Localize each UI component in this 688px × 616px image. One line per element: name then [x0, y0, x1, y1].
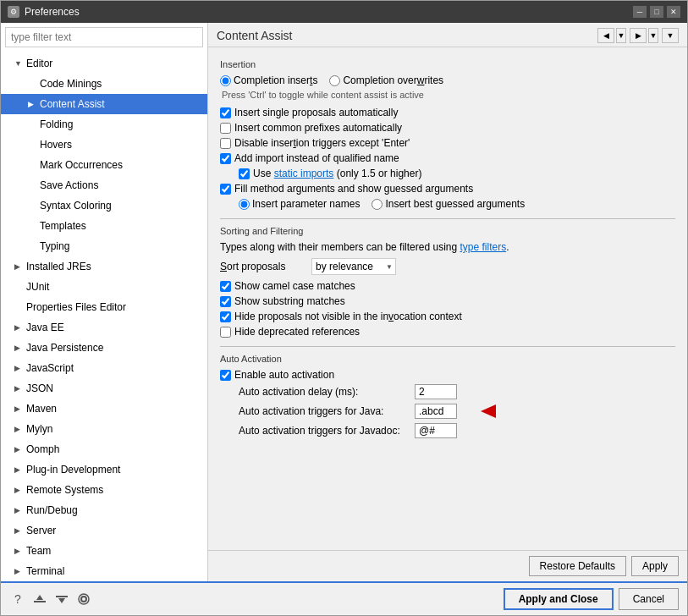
export-button[interactable]: [53, 591, 70, 608]
settings-button[interactable]: [75, 591, 92, 608]
sidebar-item-remote-systems[interactable]: ▶ Remote Systems: [1, 480, 207, 500]
checkbox-insert-single-input[interactable]: [220, 107, 231, 118]
radio-completion-inserts[interactable]: Completion inserts: [220, 74, 317, 86]
sort-select[interactable]: by relevance alphabetically: [311, 258, 396, 275]
tree-container: ▼ Editor Code Minings ▶ Content Assist: [1, 52, 207, 581]
sidebar-item-syntax-coloring[interactable]: Syntax Coloring: [1, 195, 207, 216]
sidebar-item-save-actions[interactable]: Save Actions: [1, 175, 207, 195]
apply-and-close-button[interactable]: Apply and Close: [504, 588, 614, 610]
sidebar-item-java-ee[interactable]: ▶ Java EE: [1, 317, 207, 338]
sidebar-item-mylyn[interactable]: ▶ Mylyn: [1, 419, 207, 439]
nav-menu-button[interactable]: ▼: [662, 28, 679, 43]
sidebar-item-code-minings[interactable]: Code Minings: [1, 74, 207, 94]
insertion-section-title: Insertion: [220, 59, 675, 69]
sidebar-item-mark-occurrences[interactable]: Mark Occurrences: [1, 155, 207, 175]
restore-defaults-button[interactable]: Restore Defaults: [529, 556, 626, 576]
sidebar-item-label: JavaScript: [26, 362, 74, 374]
radio-insert-best-guessed-input[interactable]: [372, 199, 383, 210]
sorting-section-title: Sorting and Filtering: [220, 226, 675, 236]
auto-javadoc-input[interactable]: [415, 423, 457, 438]
auto-java-input[interactable]: [415, 404, 457, 419]
radio-completion-overwrites[interactable]: Completion overwrites: [329, 74, 443, 86]
window-icon: ⚙: [8, 6, 19, 18]
checkbox-static-imports-input[interactable]: [239, 168, 250, 179]
sidebar-item-junit[interactable]: JUnit: [1, 277, 207, 297]
sort-row: Sort proposals by relevance alphabetical…: [220, 258, 675, 275]
settings-icon: [76, 591, 91, 607]
checkbox-insert-single: Insert single proposals automatically: [220, 107, 675, 118]
expand-arrow: ▶: [14, 547, 25, 555]
sidebar-item-maven[interactable]: ▶ Maven: [1, 399, 207, 419]
checkbox-disable-triggers-input[interactable]: [220, 138, 231, 149]
sidebar-item-folding[interactable]: Folding: [1, 114, 207, 135]
sidebar-item-terminal[interactable]: ▶ Terminal: [1, 561, 207, 581]
checkbox-hide-deprecated-input[interactable]: [220, 327, 231, 338]
radio-insert-best-guessed-label: Insert best guessed arguments: [385, 198, 525, 210]
sidebar-item-label: Save Actions: [40, 179, 98, 191]
apply-button[interactable]: Apply: [631, 556, 679, 576]
nav-back-drop-button[interactable]: ▼: [616, 28, 626, 43]
import-button[interactable]: [31, 591, 48, 608]
sidebar-item-plug-in-development[interactable]: ▶ Plug-in Development: [1, 459, 207, 480]
sidebar-item-installed-jres[interactable]: ▶ Installed JREs: [1, 256, 207, 277]
checkbox-disable-triggers: Disable insertion triggers except 'Enter…: [220, 137, 675, 149]
help-button[interactable]: ?: [9, 591, 26, 608]
close-button[interactable]: ✕: [667, 6, 680, 18]
radio-insert-best-guessed[interactable]: Insert best guessed arguments: [372, 198, 525, 210]
sort-proposals-label: Sort proposals: [220, 261, 305, 272]
sort-select-wrapper: by relevance alphabetically: [311, 258, 396, 275]
sidebar-item-label: Plug-in Development: [26, 464, 120, 476]
auto-delay-label: Auto activation delay (ms):: [239, 386, 408, 398]
sidebar-item-typing[interactable]: Typing: [1, 236, 207, 256]
static-imports-link[interactable]: static imports: [274, 168, 334, 179]
auto-javadoc-row: Auto activation triggers for Javadoc:: [239, 423, 675, 438]
radio-completion-overwrites-input[interactable]: [329, 75, 340, 86]
type-filters-link[interactable]: type filters: [460, 241, 506, 253]
checkbox-fill-method-label: Fill method arguments and show guessed a…: [234, 183, 473, 195]
sidebar-item-team[interactable]: ▶ Team: [1, 541, 207, 561]
checkbox-enable-auto-input[interactable]: [220, 370, 231, 381]
sidebar-item-label: Hovers: [40, 139, 72, 151]
sidebar-item-run-debug[interactable]: ▶ Run/Debug: [1, 500, 207, 520]
sidebar-item-label: Mylyn: [26, 423, 52, 435]
sidebar-item-properties-files-editor[interactable]: Properties Files Editor: [1, 297, 207, 317]
svg-point-4: [81, 597, 86, 602]
checkbox-hide-not-visible-input[interactable]: [220, 311, 231, 322]
sidebar-item-javascript[interactable]: ▶ JavaScript: [1, 358, 207, 378]
sidebar-item-oomph[interactable]: ▶ Oomph: [1, 439, 207, 459]
nav-forward-button[interactable]: ▶: [630, 28, 647, 43]
auto-delay-input[interactable]: [415, 384, 457, 399]
checkbox-camel-case-input[interactable]: [220, 281, 231, 292]
sidebar-item-label: Team: [26, 545, 51, 557]
sidebar-item-java-persistence[interactable]: ▶ Java Persistence: [1, 338, 207, 358]
sidebar-item-label: Terminal: [26, 565, 64, 577]
sidebar-item-label: Remote Systems: [26, 484, 103, 496]
sidebar-item-templates[interactable]: Templates: [1, 216, 207, 236]
maximize-button[interactable]: □: [650, 6, 663, 18]
checkbox-add-import-input[interactable]: [220, 153, 231, 164]
minimize-button[interactable]: ─: [633, 6, 647, 18]
checkbox-substring-input[interactable]: [220, 296, 231, 307]
radio-insert-param-names-input[interactable]: [239, 199, 250, 210]
checkbox-fill-method-input[interactable]: [220, 184, 231, 195]
checkbox-insert-single-label: Insert single proposals automatically: [234, 107, 398, 118]
checkbox-insert-common-input[interactable]: [220, 123, 231, 134]
sidebar-item-content-assist[interactable]: ▶ Content Assist: [1, 94, 207, 114]
checkbox-add-import-label: Add import instead of qualified name: [234, 152, 399, 164]
sidebar-item-label: Folding: [40, 118, 73, 130]
sidebar-item-editor[interactable]: ▼ Editor: [1, 53, 207, 74]
checkbox-fill-method: Fill method arguments and show guessed a…: [220, 183, 675, 195]
nav-back-button[interactable]: ◀: [597, 28, 614, 43]
filter-input[interactable]: [5, 27, 203, 47]
right-header: Content Assist ◀ ▼ ▶ ▼ ▼: [208, 23, 687, 47]
radio-completion-inserts-input[interactable]: [220, 75, 231, 86]
cancel-button[interactable]: Cancel: [619, 588, 679, 610]
sidebar-item-json[interactable]: ▶ JSON: [1, 378, 207, 399]
sidebar-item-hovers[interactable]: Hovers: [1, 135, 207, 155]
checkbox-insert-common-label: Insert common prefixes automatically: [234, 122, 402, 134]
nav-forward-drop-button[interactable]: ▼: [648, 28, 658, 43]
page-title: Content Assist: [217, 29, 293, 42]
radio-insert-param-names[interactable]: Insert parameter names: [239, 198, 360, 210]
checkbox-static-imports: Use static imports (only 1.5 or higher): [239, 168, 675, 179]
sidebar-item-server[interactable]: ▶ Server: [1, 520, 207, 541]
